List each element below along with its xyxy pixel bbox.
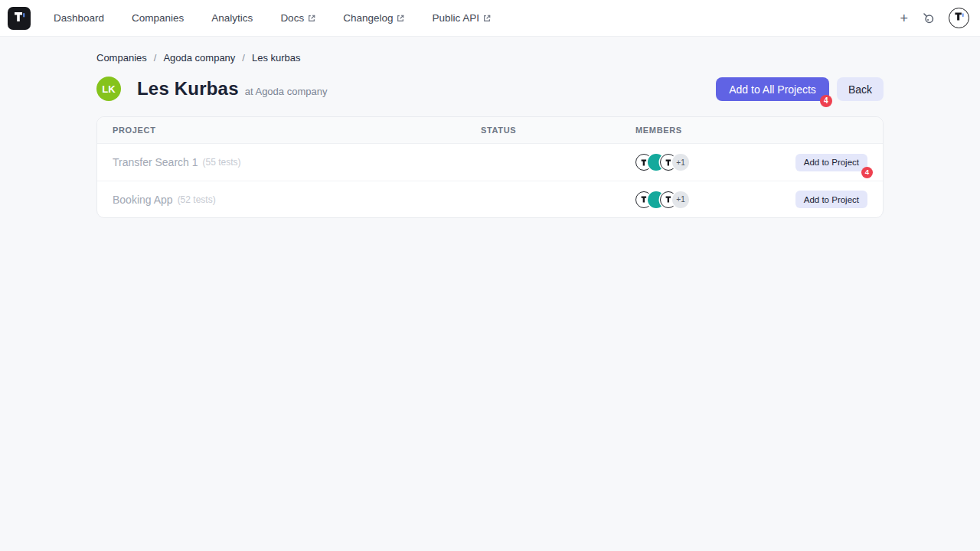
page-title: Les Kurbas <box>137 78 239 99</box>
add-new-icon[interactable]: + <box>900 11 908 25</box>
back-button[interactable]: Back <box>837 77 884 101</box>
project-cell: Transfer Search 1 (55 tests) <box>97 156 466 168</box>
user-avatar[interactable] <box>949 8 969 28</box>
external-link-icon <box>483 15 491 22</box>
project-name: Transfer Search 1 <box>113 156 198 168</box>
notification-badge: 4 <box>820 95 832 107</box>
breadcrumb-current: Les kurbas <box>252 52 301 64</box>
breadcrumb: Companies / Agoda company / Les kurbas <box>96 52 884 64</box>
nav-item-companies[interactable]: Companies <box>132 12 184 24</box>
page-subtitle: at Agoda company <box>245 86 328 97</box>
member-avatar-stack: +1 <box>635 191 689 208</box>
project-cell: Booking App (52 tests) <box>97 194 466 206</box>
breadcrumb-separator: / <box>154 52 157 64</box>
add-to-project-button[interactable]: Add to Project <box>795 191 867 208</box>
action-cell: Add to Project 4 <box>760 154 883 171</box>
avatar: LK <box>96 77 121 101</box>
tests-count: (55 tests) <box>203 157 241 168</box>
breadcrumb-separator: / <box>242 52 245 64</box>
nav-links: Dashboard Companies Analytics Docs Chang… <box>54 12 491 24</box>
project-name: Booking App <box>113 194 173 206</box>
column-header-members: MEMBERS <box>620 126 760 135</box>
member-avatar-stack: +1 <box>635 154 689 171</box>
nav-right: + <box>900 8 969 28</box>
column-header-status: STATUS <box>466 126 620 135</box>
nav-item-public-api[interactable]: Public API <box>432 12 491 24</box>
projects-table: PROJECT STATUS MEMBERS Transfer Search 1… <box>96 116 884 218</box>
add-to-all-projects-button[interactable]: Add to All Projects <box>716 77 829 101</box>
t-logo-icon <box>952 10 965 26</box>
breadcrumb-companies[interactable]: Companies <box>96 52 147 64</box>
nav-left: Dashboard Companies Analytics Docs Chang… <box>8 7 491 30</box>
add-to-project-button[interactable]: Add to Project <box>795 154 867 171</box>
page-header: LK Les Kurbas at Agoda company Add to Al… <box>96 77 884 101</box>
breadcrumb-agoda-company[interactable]: Agoda company <box>163 52 235 64</box>
column-header-project: PROJECT <box>97 126 466 135</box>
header-actions: Add to All Projects 4 Back <box>716 77 884 101</box>
members-cell: +1 <box>620 191 760 208</box>
search-icon[interactable] <box>922 11 935 24</box>
members-overflow-count: +1 <box>672 191 689 208</box>
table-row: Transfer Search 1 (55 tests) +1 Add to P… <box>97 144 883 181</box>
main-content: Companies / Agoda company / Les kurbas L… <box>96 37 884 218</box>
nav-item-docs[interactable]: Docs <box>280 12 315 24</box>
app-logo[interactable] <box>8 7 31 30</box>
table-row: Booking App (52 tests) +1 Add to Project <box>97 181 883 217</box>
nav-item-dashboard[interactable]: Dashboard <box>54 12 104 24</box>
action-cell: Add to Project <box>760 191 883 208</box>
members-overflow-count: +1 <box>672 154 689 171</box>
t-logo-icon <box>11 9 27 28</box>
nav-item-changelog[interactable]: Changelog <box>343 12 404 24</box>
external-link-icon <box>308 15 315 22</box>
table-header: PROJECT STATUS MEMBERS <box>97 117 883 144</box>
notification-badge: 4 <box>861 167 873 178</box>
tests-count: (52 tests) <box>178 194 216 205</box>
members-cell: +1 <box>620 154 760 171</box>
external-link-icon <box>397 15 404 22</box>
top-nav: Dashboard Companies Analytics Docs Chang… <box>0 0 980 37</box>
nav-item-analytics[interactable]: Analytics <box>211 12 253 24</box>
